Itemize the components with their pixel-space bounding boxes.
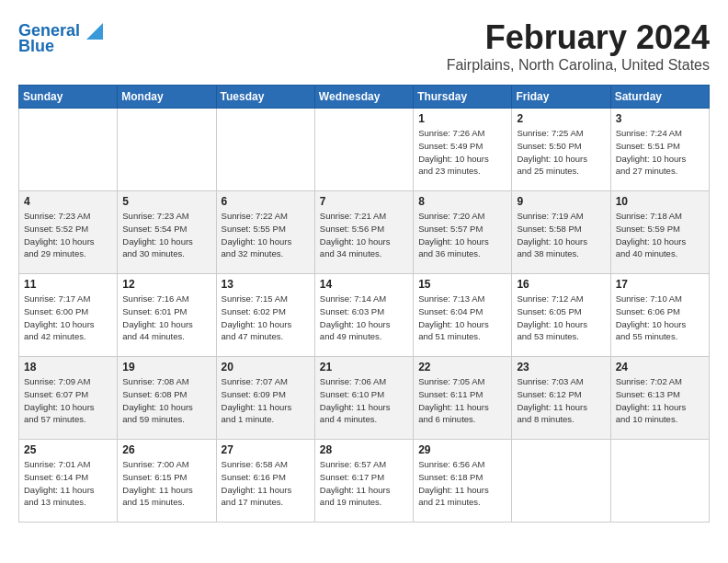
day-number: 12 (122, 278, 210, 291)
day-info: Sunrise: 7:16 AM Sunset: 6:01 PM Dayligh… (122, 293, 210, 343)
day-cell: 3Sunrise: 7:24 AM Sunset: 5:51 PM Daylig… (610, 109, 709, 191)
day-info: Sunrise: 7:05 AM Sunset: 6:11 PM Dayligh… (418, 375, 506, 426)
day-cell: 15Sunrise: 7:13 AM Sunset: 6:04 PM Dayli… (414, 274, 512, 357)
day-info: Sunrise: 6:58 AM Sunset: 6:16 PM Dayligh… (222, 458, 310, 509)
day-info: Sunrise: 7:17 AM Sunset: 6:00 PM Dayligh… (24, 293, 112, 343)
day-info: Sunrise: 7:20 AM Sunset: 5:57 PM Dayligh… (418, 210, 506, 260)
day-info: Sunrise: 7:12 AM Sunset: 6:05 PM Dayligh… (517, 293, 605, 343)
day-info: Sunrise: 7:10 AM Sunset: 6:06 PM Dayligh… (616, 293, 704, 343)
day-info: Sunrise: 6:56 AM Sunset: 6:18 PM Dayligh… (418, 458, 506, 509)
day-cell: 24Sunrise: 7:02 AM Sunset: 6:13 PM Dayli… (610, 357, 709, 440)
day-number: 17 (616, 278, 704, 291)
day-info: Sunrise: 7:14 AM Sunset: 6:03 PM Dayligh… (320, 293, 408, 343)
week-row-5: 25Sunrise: 7:01 AM Sunset: 6:14 PM Dayli… (19, 440, 710, 523)
calendar-table: SundayMondayTuesdayWednesdayThursdayFrid… (18, 85, 710, 523)
col-header-saturday: Saturday (610, 86, 709, 109)
day-cell: 19Sunrise: 7:08 AM Sunset: 6:08 PM Dayli… (118, 357, 216, 440)
day-number: 2 (517, 112, 605, 125)
week-row-4: 18Sunrise: 7:09 AM Sunset: 6:07 PM Dayli… (19, 357, 710, 440)
day-info: Sunrise: 7:08 AM Sunset: 6:08 PM Dayligh… (122, 375, 210, 426)
day-number: 3 (616, 112, 704, 125)
col-header-tuesday: Tuesday (216, 86, 314, 109)
day-info: Sunrise: 6:57 AM Sunset: 6:17 PM Dayligh… (320, 458, 408, 509)
day-number: 4 (24, 195, 112, 208)
day-cell: 27Sunrise: 6:58 AM Sunset: 6:16 PM Dayli… (216, 440, 314, 523)
day-cell: 16Sunrise: 7:12 AM Sunset: 6:05 PM Dayli… (512, 274, 610, 357)
day-cell: 5Sunrise: 7:23 AM Sunset: 5:54 PM Daylig… (118, 191, 216, 274)
day-cell: 23Sunrise: 7:03 AM Sunset: 6:12 PM Dayli… (512, 357, 610, 440)
day-info: Sunrise: 7:23 AM Sunset: 5:54 PM Dayligh… (122, 210, 210, 260)
calendar-thead: SundayMondayTuesdayWednesdayThursdayFrid… (19, 86, 710, 109)
day-number: 14 (320, 278, 408, 291)
day-cell: 17Sunrise: 7:10 AM Sunset: 6:06 PM Dayli… (610, 274, 709, 357)
day-number: 27 (222, 443, 310, 456)
day-number: 23 (517, 361, 605, 373)
day-cell: 9Sunrise: 7:19 AM Sunset: 5:58 PM Daylig… (512, 191, 610, 274)
header-row: SundayMondayTuesdayWednesdayThursdayFrid… (19, 86, 710, 109)
day-number: 13 (222, 278, 310, 291)
day-cell: 25Sunrise: 7:01 AM Sunset: 6:14 PM Dayli… (19, 440, 118, 523)
col-header-thursday: Thursday (414, 86, 512, 109)
day-number: 16 (517, 278, 605, 291)
day-number: 9 (517, 195, 605, 208)
day-info: Sunrise: 7:02 AM Sunset: 6:13 PM Dayligh… (616, 375, 704, 426)
day-cell: 21Sunrise: 7:06 AM Sunset: 6:10 PM Dayli… (314, 357, 413, 440)
calendar-tbody: 1Sunrise: 7:26 AM Sunset: 5:49 PM Daylig… (19, 109, 710, 523)
calendar-header: February 2024 Fairplains, North Carolina… (18, 18, 710, 74)
day-info: Sunrise: 7:23 AM Sunset: 5:52 PM Dayligh… (24, 210, 112, 260)
day-cell: 26Sunrise: 7:00 AM Sunset: 6:15 PM Dayli… (118, 440, 216, 523)
day-cell: 22Sunrise: 7:05 AM Sunset: 6:11 PM Dayli… (414, 357, 512, 440)
day-info: Sunrise: 7:22 AM Sunset: 5:55 PM Dayligh… (222, 210, 310, 260)
logo-icon (86, 23, 103, 40)
svg-marker-0 (86, 23, 103, 40)
day-number: 19 (122, 361, 210, 373)
calendar-subtitle: Fairplains, North Carolina, United State… (18, 57, 710, 74)
day-info: Sunrise: 7:15 AM Sunset: 6:02 PM Dayligh… (222, 293, 310, 343)
day-cell: 12Sunrise: 7:16 AM Sunset: 6:01 PM Dayli… (118, 274, 216, 357)
day-number: 10 (616, 195, 704, 208)
day-cell: 2Sunrise: 7:25 AM Sunset: 5:50 PM Daylig… (512, 109, 610, 191)
logo: General Blue (18, 22, 103, 56)
day-cell: 28Sunrise: 6:57 AM Sunset: 6:17 PM Dayli… (314, 440, 413, 523)
day-cell: 8Sunrise: 7:20 AM Sunset: 5:57 PM Daylig… (414, 191, 512, 274)
day-info: Sunrise: 7:07 AM Sunset: 6:09 PM Dayligh… (222, 375, 310, 426)
day-cell: 13Sunrise: 7:15 AM Sunset: 6:02 PM Dayli… (216, 274, 314, 357)
day-info: Sunrise: 7:18 AM Sunset: 5:59 PM Dayligh… (616, 210, 704, 260)
week-row-1: 1Sunrise: 7:26 AM Sunset: 5:49 PM Daylig… (19, 109, 710, 191)
day-number: 28 (320, 443, 408, 456)
day-info: Sunrise: 7:09 AM Sunset: 6:07 PM Dayligh… (24, 375, 112, 426)
col-header-friday: Friday (512, 86, 610, 109)
day-cell: 6Sunrise: 7:22 AM Sunset: 5:55 PM Daylig… (216, 191, 314, 274)
day-info: Sunrise: 7:26 AM Sunset: 5:49 PM Dayligh… (418, 127, 506, 178)
day-number: 29 (418, 443, 506, 456)
day-info: Sunrise: 7:00 AM Sunset: 6:15 PM Dayligh… (122, 458, 210, 509)
day-cell: 10Sunrise: 7:18 AM Sunset: 5:59 PM Dayli… (610, 191, 709, 274)
col-header-sunday: Sunday (19, 86, 118, 109)
day-number: 20 (222, 361, 310, 373)
day-cell: 18Sunrise: 7:09 AM Sunset: 6:07 PM Dayli… (19, 357, 118, 440)
day-cell: 4Sunrise: 7:23 AM Sunset: 5:52 PM Daylig… (19, 191, 118, 274)
day-cell: 11Sunrise: 7:17 AM Sunset: 6:00 PM Dayli… (19, 274, 118, 357)
day-cell: 29Sunrise: 6:56 AM Sunset: 6:18 PM Dayli… (414, 440, 512, 523)
day-info: Sunrise: 7:19 AM Sunset: 5:58 PM Dayligh… (517, 210, 605, 260)
day-number: 7 (320, 195, 408, 208)
day-number: 6 (222, 195, 310, 208)
day-number: 11 (24, 278, 112, 291)
day-cell (610, 440, 709, 523)
week-row-2: 4Sunrise: 7:23 AM Sunset: 5:52 PM Daylig… (19, 191, 710, 274)
day-info: Sunrise: 7:21 AM Sunset: 5:56 PM Dayligh… (320, 210, 408, 260)
week-row-3: 11Sunrise: 7:17 AM Sunset: 6:00 PM Dayli… (19, 274, 710, 357)
day-number: 1 (418, 112, 506, 125)
day-info: Sunrise: 7:25 AM Sunset: 5:50 PM Dayligh… (517, 127, 605, 178)
day-number: 21 (320, 361, 408, 373)
day-number: 25 (24, 443, 112, 456)
day-number: 5 (122, 195, 210, 208)
day-number: 15 (418, 278, 506, 291)
day-number: 24 (616, 361, 704, 373)
day-cell: 7Sunrise: 7:21 AM Sunset: 5:56 PM Daylig… (314, 191, 413, 274)
day-info: Sunrise: 7:06 AM Sunset: 6:10 PM Dayligh… (320, 375, 408, 426)
col-header-monday: Monday (118, 86, 216, 109)
day-cell (216, 109, 314, 191)
calendar-title: February 2024 (18, 18, 710, 57)
day-cell: 20Sunrise: 7:07 AM Sunset: 6:09 PM Dayli… (216, 357, 314, 440)
